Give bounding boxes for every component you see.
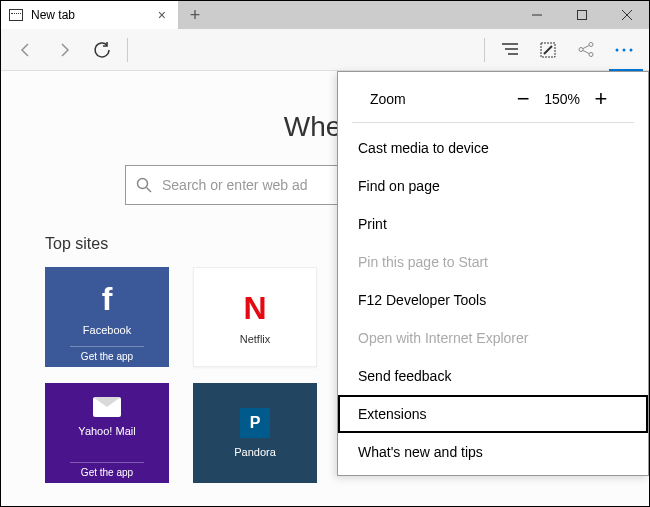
facebook-icon: f bbox=[102, 281, 113, 318]
svg-point-17 bbox=[138, 179, 148, 189]
zoom-value: 150% bbox=[538, 91, 586, 107]
svg-point-15 bbox=[623, 48, 626, 51]
minimize-button[interactable] bbox=[514, 1, 559, 29]
tile-pandora[interactable]: P Pandora bbox=[193, 383, 317, 483]
svg-point-9 bbox=[579, 48, 583, 52]
share-button[interactable] bbox=[567, 31, 605, 69]
back-button[interactable] bbox=[7, 31, 45, 69]
pandora-icon: P bbox=[240, 408, 270, 438]
svg-point-10 bbox=[589, 43, 593, 47]
mail-icon bbox=[93, 397, 121, 417]
zoom-label: Zoom bbox=[370, 91, 508, 107]
more-menu: Zoom − 150% + Cast media to deviceFind o… bbox=[337, 71, 649, 476]
netflix-icon: N bbox=[243, 290, 266, 327]
tile-facebook[interactable]: f Facebook Get the app bbox=[45, 267, 169, 367]
zoom-out-button[interactable]: − bbox=[508, 86, 538, 112]
window-controls bbox=[514, 1, 649, 29]
menu-item-print[interactable]: Print bbox=[338, 205, 648, 243]
new-tab-button[interactable]: + bbox=[178, 1, 212, 29]
menu-item-find-on-page[interactable]: Find on page bbox=[338, 167, 648, 205]
title-bar: New tab × + bbox=[1, 1, 649, 29]
page-icon bbox=[9, 9, 23, 21]
tile-label: Pandora bbox=[234, 446, 276, 458]
svg-point-11 bbox=[589, 53, 593, 57]
tile-netflix[interactable]: N Netflix bbox=[193, 267, 317, 367]
toolbar-separator bbox=[484, 38, 485, 62]
menu-item-open-with-internet-explorer: Open with Internet Explorer bbox=[338, 319, 648, 357]
svg-line-12 bbox=[583, 46, 589, 49]
toolbar bbox=[1, 29, 649, 71]
menu-item-extensions[interactable]: Extensions bbox=[338, 395, 648, 433]
menu-item-what-s-new-and-tips[interactable]: What's new and tips bbox=[338, 433, 648, 471]
tile-label: Yahoo! Mail bbox=[78, 425, 135, 437]
svg-point-14 bbox=[616, 48, 619, 51]
zoom-row: Zoom − 150% + bbox=[352, 72, 634, 123]
tile-label: Netflix bbox=[240, 333, 271, 345]
web-note-button[interactable] bbox=[529, 31, 567, 69]
menu-item-pin-this-page-to-start: Pin this page to Start bbox=[338, 243, 648, 281]
menu-item-send-feedback[interactable]: Send feedback bbox=[338, 357, 648, 395]
more-button[interactable] bbox=[605, 31, 643, 69]
tab-title: New tab bbox=[31, 8, 75, 22]
tile-action[interactable]: Get the app bbox=[70, 462, 144, 478]
svg-line-13 bbox=[583, 51, 589, 54]
toolbar-separator bbox=[127, 38, 128, 62]
close-window-button[interactable] bbox=[604, 1, 649, 29]
menu-item-f12-developer-tools[interactable]: F12 Developer Tools bbox=[338, 281, 648, 319]
close-tab-icon[interactable]: × bbox=[154, 7, 170, 23]
svg-point-16 bbox=[630, 48, 633, 51]
browser-tab[interactable]: New tab × bbox=[1, 1, 178, 29]
search-icon bbox=[136, 177, 152, 193]
svg-line-18 bbox=[147, 188, 152, 193]
refresh-button[interactable] bbox=[83, 31, 121, 69]
forward-button[interactable] bbox=[45, 31, 83, 69]
maximize-button[interactable] bbox=[559, 1, 604, 29]
reading-view-button[interactable] bbox=[491, 31, 529, 69]
menu-item-cast-media-to-device[interactable]: Cast media to device bbox=[338, 129, 648, 167]
tile-label: Facebook bbox=[83, 324, 131, 336]
tile-action[interactable]: Get the app bbox=[70, 346, 144, 362]
zoom-in-button[interactable]: + bbox=[586, 86, 616, 112]
tile-yahoo-mail[interactable]: Yahoo! Mail Get the app bbox=[45, 383, 169, 483]
svg-rect-1 bbox=[577, 11, 586, 20]
svg-line-8 bbox=[544, 46, 552, 54]
